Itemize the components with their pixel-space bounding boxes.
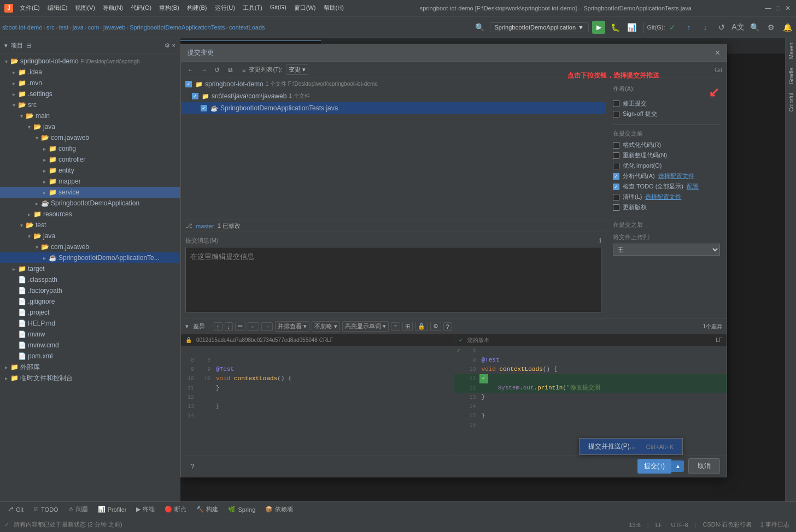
tree-item[interactable]: ▸📁.settings <box>0 88 180 99</box>
checkbox-analyze[interactable]: ✓ <box>613 173 619 180</box>
debug-btn[interactable]: 🐛 <box>608 21 622 34</box>
menu-item[interactable]: 编辑(E) <box>44 3 71 13</box>
breadcrumb-item[interactable]: javaweb <box>103 24 125 31</box>
bottom-tab-依赖项[interactable]: 📦依赖项 <box>261 504 297 516</box>
changelist-value[interactable]: 变更 ▾ <box>286 64 308 75</box>
bottom-tab-spring[interactable]: 🌿Spring <box>224 504 260 516</box>
menu-item[interactable]: 工具(T) <box>239 3 266 13</box>
tree-item[interactable]: 📄.classpath <box>0 274 180 285</box>
tree-item[interactable]: ▾📂test <box>0 220 180 230</box>
tree-item[interactable]: ▸📁临时文件和控制台 <box>0 373 180 383</box>
diff-lock-btn[interactable]: 🔒 <box>415 322 428 331</box>
menu-item[interactable]: 运行(U) <box>212 3 238 13</box>
git-arrow-btn[interactable]: ↑ <box>682 21 695 34</box>
tree-item[interactable]: ▸☕SpringbootIotDemoApplicationTe... <box>0 252 180 263</box>
menu-item[interactable]: 文件(E) <box>16 3 43 13</box>
tree-item[interactable]: 📄.gitignore <box>0 296 180 307</box>
tree-item[interactable]: ▸📁mapper <box>0 176 180 187</box>
diff-edit-btn[interactable]: ✏ <box>235 322 245 331</box>
commit-message-input[interactable] <box>185 247 601 312</box>
diff-cols-btn[interactable]: ⊞ <box>402 322 413 331</box>
branch-selector[interactable]: SpringbootIotDemoApplication ▼ <box>490 22 589 32</box>
menu-bar[interactable]: 文件(E)编辑(E)视图(V)导航(N)代码(O)重构(B)构建(B)运行(U)… <box>16 3 347 13</box>
grid-btn[interactable]: ⧉ <box>225 64 236 75</box>
translate-btn[interactable]: A文 <box>731 21 745 34</box>
diff-checkbox-added[interactable]: ✓ <box>482 374 485 383</box>
tree-item[interactable]: 📄.project <box>0 307 180 318</box>
tree-item[interactable]: ▾📂src <box>0 99 180 110</box>
menu-item[interactable]: 窗口(W) <box>291 3 319 13</box>
git-arrow2-btn[interactable]: ↓ <box>699 21 712 34</box>
tree-item[interactable]: 📄pom.xml <box>0 351 180 362</box>
diff-prev-btn[interactable]: ← <box>248 322 259 331</box>
tree-item[interactable]: ▸📁.mvn <box>0 78 180 88</box>
diff-side-by-side-btn[interactable]: 并排查看 ▾ <box>275 321 309 332</box>
tree-item[interactable]: ▸📁service <box>0 187 180 198</box>
tree-item[interactable]: ▸📁.idea <box>0 67 180 78</box>
encoding-indicator[interactable]: UTF-8 <box>669 521 690 529</box>
checkbox-fix-commit[interactable] <box>613 101 619 107</box>
diff-down-btn[interactable]: ↓ <box>225 322 233 331</box>
search-everywhere-btn[interactable]: 🔍 <box>473 21 487 34</box>
tree-item[interactable]: 📄mvnw.cmd <box>0 340 180 351</box>
tree-item[interactable]: ▾📂java <box>0 230 180 241</box>
tree-item[interactable]: ▾📂com.javaweb <box>0 241 180 252</box>
diff-highlight-btn[interactable]: 高亮显示单词 ▾ <box>342 321 389 332</box>
cancel-btn[interactable]: 取消 <box>688 458 720 474</box>
tree-item[interactable]: ▾📂springboot-iot-demoF:\Desktop\work\spr… <box>0 56 180 67</box>
colorful-tab[interactable]: Colorful <box>786 88 796 116</box>
change-item-file[interactable]: ✓ ☕ SpringbootIotDemoApplicationTests.ja… <box>181 102 606 114</box>
checkbox-todo[interactable]: ✓ <box>613 184 619 190</box>
checkbox-signoff[interactable] <box>613 111 619 117</box>
checkbox-format[interactable] <box>613 142 619 149</box>
diff-settings-btn[interactable]: ⚙ <box>430 322 441 331</box>
restore-btn[interactable]: □ <box>774 4 782 12</box>
breadcrumb-item[interactable]: com <box>88 24 99 31</box>
tree-item[interactable]: ▸📁config <box>0 143 180 154</box>
tree-item[interactable]: ▾📂com.javaweb <box>0 132 180 143</box>
notifications-btn[interactable]: 🔔 <box>781 21 794 34</box>
todo-config-link[interactable]: 配置 <box>687 182 699 191</box>
gradle-tab[interactable]: Gradle <box>786 63 796 88</box>
tree-item[interactable]: ▸📁target <box>0 263 180 274</box>
checkbox-cleanup[interactable] <box>613 194 619 200</box>
change-item-root[interactable]: ✓ 📁 springboot-iot-demo 1 个文件 F:\Desktop… <box>181 78 606 90</box>
breadcrumb-item[interactable]: contextLoads <box>229 24 265 31</box>
sidebar-toolbar-btn2[interactable]: × <box>172 42 175 49</box>
checkbox-copyright[interactable] <box>613 204 619 211</box>
coverage-btn[interactable]: 📊 <box>625 21 638 34</box>
bottom-tab-profiler[interactable]: 📊Profiler <box>93 504 131 516</box>
window-controls[interactable]: — □ ✕ <box>764 4 792 12</box>
commit-btn[interactable]: 提交(↑) <box>637 459 671 474</box>
cleanup-config-link[interactable]: 选择配置文件 <box>645 193 681 201</box>
tree-item[interactable]: ▸📁resources <box>0 209 180 220</box>
back-btn[interactable]: ← <box>185 64 196 75</box>
breadcrumb-item[interactable]: java <box>73 24 84 31</box>
bottom-tab-构建[interactable]: 🔨构建 <box>192 504 223 516</box>
diff-up-btn[interactable]: ↑ <box>214 322 223 331</box>
minimize-btn[interactable]: — <box>764 4 772 12</box>
bottom-tab-问题[interactable]: ⚠问题 <box>64 504 92 516</box>
bottom-tab-终端[interactable]: ▶终端 <box>132 504 159 516</box>
sidebar-toolbar-btn[interactable]: ⚙ <box>165 42 170 49</box>
checkbox-reformat[interactable] <box>613 152 619 159</box>
menu-item[interactable]: 视图(V) <box>72 3 98 13</box>
tree-item[interactable]: ▸📁entity <box>0 165 180 176</box>
checkbox-optimize[interactable] <box>613 163 619 169</box>
upload-select[interactable]: 王 <box>613 244 720 256</box>
diff-align-btn[interactable]: ≡ <box>391 322 400 331</box>
menu-item[interactable]: 构建(B) <box>184 3 210 13</box>
bottom-tab-todo[interactable]: ☑TODO <box>29 504 63 516</box>
diff-next-btn[interactable]: → <box>261 322 273 331</box>
tree-item[interactable]: ▾📂java <box>0 121 180 132</box>
settings-btn[interactable]: ⚙ <box>764 21 777 34</box>
analyze-config-link[interactable]: 选择配置文件 <box>658 172 694 180</box>
menu-item[interactable]: Git(G) <box>267 3 290 13</box>
refresh-btn[interactable]: ↺ <box>212 64 223 75</box>
breadcrumb-item[interactable]: test <box>58 24 68 31</box>
run-btn[interactable]: ▶ <box>592 21 605 34</box>
git-refresh-btn[interactable]: ↺ <box>715 21 728 34</box>
search-btn[interactable]: 🔍 <box>748 21 761 34</box>
tree-item[interactable]: ▸📁controller <box>0 154 180 165</box>
position-indicator[interactable]: 13:6 <box>627 521 642 529</box>
